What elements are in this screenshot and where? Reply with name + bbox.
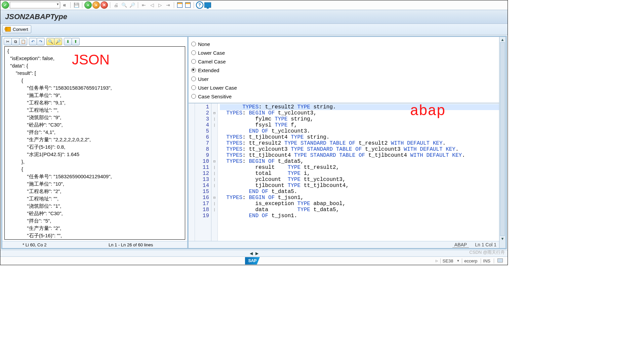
case-option[interactable]: Extended — [191, 66, 496, 75]
json-editor-pane: ✂ ⧉ 📋 ↶ ↷ 🔍 🔎 ⬇ ⬆ { "isException": false… — [2, 37, 189, 248]
language-indicator: ABAP — [452, 242, 469, 248]
abap-overlay-label: abap — [410, 108, 445, 114]
case-option-label: Case Sensitive — [198, 94, 232, 99]
title-band: JSON2ABAPType — [0, 10, 508, 24]
radio-icon[interactable] — [191, 68, 196, 72]
find-button[interactable]: 🔍 — [46, 38, 54, 45]
find-icon[interactable]: 🔍 — [120, 1, 128, 9]
radio-icon[interactable] — [191, 42, 196, 46]
copy-button[interactable]: ⧉ — [11, 38, 19, 45]
convert-icon — [5, 27, 11, 32]
json-text-area[interactable]: { "isException": false, "data": { "resul… — [4, 46, 185, 240]
case-option[interactable]: Lower Case — [191, 48, 496, 57]
case-option[interactable]: Case Sensitive — [191, 92, 496, 101]
status-right: ▷ SE38 ▼ eccerp INS — [436, 258, 505, 263]
layout-icon[interactable] — [184, 1, 192, 9]
nav-up-button[interactable]: » — [92, 1, 100, 9]
radio-icon[interactable] — [191, 85, 196, 90]
case-option-label: Extended — [198, 67, 219, 73]
tray-icon[interactable] — [497, 258, 503, 262]
splitter-footer: ◀ ▶ — [0, 250, 508, 256]
case-option-label: Camel Case — [198, 59, 226, 64]
nav-back-button[interactable]: « — [84, 1, 92, 9]
case-option-label: Lower Case — [198, 50, 225, 56]
main-toolbar: ✓ « 💾 « » ✕ 🖨 🔍 🔎 ⇤ ◁ ▷ ⇥ ? — [0, 0, 508, 10]
line-range-label: Ln 1 - Ln 26 of 60 lines — [109, 242, 153, 247]
json-editor-toolbar: ✂ ⧉ 📋 ↶ ↷ 🔍 🔎 ⬇ ⬆ — [2, 37, 187, 46]
case-option-label: User — [198, 76, 209, 82]
system-label: eccerp — [462, 258, 479, 263]
case-option-label: None — [198, 41, 210, 47]
splitter-left-icon[interactable]: ◀ — [250, 251, 253, 256]
ok-button[interactable]: ✓ — [2, 1, 9, 9]
print-icon[interactable]: 🖨 — [112, 1, 120, 9]
prev-page-icon[interactable]: ◁ — [148, 1, 156, 9]
marker-column — [189, 103, 195, 241]
radio-icon[interactable] — [191, 50, 196, 55]
find-next-button[interactable]: 🔎 — [54, 38, 62, 45]
undo-button[interactable]: ↶ — [29, 38, 37, 45]
cursor-position-label: * Li 60, Co 2 — [23, 242, 47, 247]
case-option[interactable]: None — [191, 40, 496, 48]
first-page-icon[interactable]: ⇤ — [140, 1, 148, 9]
tcode-label: SE38 — [440, 258, 455, 263]
abap-output-pane: NoneLower CaseCamel CaseExtendedUserUser… — [189, 37, 506, 248]
abap-code-editor[interactable]: 12345678910111213141516171819 ⊟||⊟||||⊟|… — [189, 103, 499, 241]
page-title: JSON2ABAPType — [5, 12, 67, 21]
next-page-icon[interactable]: ▷ — [156, 1, 164, 9]
global-status-bar: SAP ▷ SE38 ▼ eccerp INS — [0, 256, 508, 265]
help-icon[interactable]: ? — [196, 1, 203, 9]
last-page-icon[interactable]: ⇥ — [164, 1, 172, 9]
cursor-indicator: Ln 1 Col 1 — [475, 242, 496, 247]
command-field[interactable] — [10, 2, 60, 8]
app-window: ✓ « 💾 « » ✕ 🖨 🔍 🔎 ⇤ ◁ ▷ ⇥ ? JSON2ABAPTyp… — [0, 0, 508, 265]
export-button[interactable]: ⬆ — [72, 38, 80, 45]
code-content[interactable]: TYPES: t_result2 TYPE string. TYPES: BEG… — [218, 103, 499, 241]
insert-mode-label: INS — [481, 258, 492, 263]
case-option[interactable]: Camel Case — [191, 57, 496, 66]
gui-settings-icon[interactable] — [204, 1, 211, 9]
save-icon[interactable]: 💾 — [73, 1, 80, 9]
status-disclosure-icon[interactable]: ▷ — [436, 259, 438, 262]
app-toolbar: Convert — [0, 24, 508, 35]
case-option[interactable]: User Lower Case — [191, 83, 496, 92]
radio-icon[interactable] — [191, 59, 196, 64]
case-option[interactable]: User — [191, 75, 496, 83]
watermark-label: CSDN @雨天行舟 — [469, 249, 505, 255]
scroll-down-icon[interactable]: ▼ — [501, 237, 505, 241]
split-container: ✂ ⧉ 📋 ↶ ↷ 🔍 🔎 ⬇ ⬆ { "isException": false… — [1, 36, 507, 249]
abap-status-bar: ABAP Ln 1 Col 1 — [189, 241, 499, 248]
scroll-up-icon[interactable]: ▲ — [501, 38, 505, 42]
nav-cancel-button[interactable]: ✕ — [100, 1, 108, 9]
fold-column[interactable]: ⊟||⊟||||⊟|| — [211, 103, 218, 241]
json-overlay-label: JSON — [72, 56, 110, 63]
import-button[interactable]: ⬇ — [64, 38, 72, 45]
convert-button-label: Convert — [13, 27, 28, 32]
case-option-label: User Lower Case — [198, 85, 237, 91]
new-session-icon[interactable] — [176, 1, 184, 9]
json-status-bar: * Li 60, Co 2 Ln 1 - Ln 26 of 60 lines — [2, 241, 187, 248]
cut-button[interactable]: ✂ — [4, 38, 12, 45]
back-chevrons-icon[interactable]: « — [61, 1, 68, 9]
splitter-right-icon[interactable]: ▶ — [255, 251, 258, 256]
sap-logo: SAP — [245, 257, 260, 264]
scroll-track[interactable] — [500, 42, 505, 236]
paste-button[interactable]: 📋 — [19, 38, 27, 45]
case-options-group: NoneLower CaseCamel CaseExtendedUserUser… — [189, 37, 499, 103]
convert-button[interactable]: Convert — [2, 25, 31, 33]
vertical-scrollbar[interactable]: ▲ ▼ — [499, 37, 506, 248]
linenumber-column: 12345678910111213141516171819 — [195, 103, 211, 241]
redo-button[interactable]: ↷ — [37, 38, 45, 45]
radio-icon[interactable] — [191, 77, 196, 81]
radio-icon[interactable] — [191, 94, 196, 99]
find-next-icon[interactable]: 🔎 — [128, 1, 136, 9]
